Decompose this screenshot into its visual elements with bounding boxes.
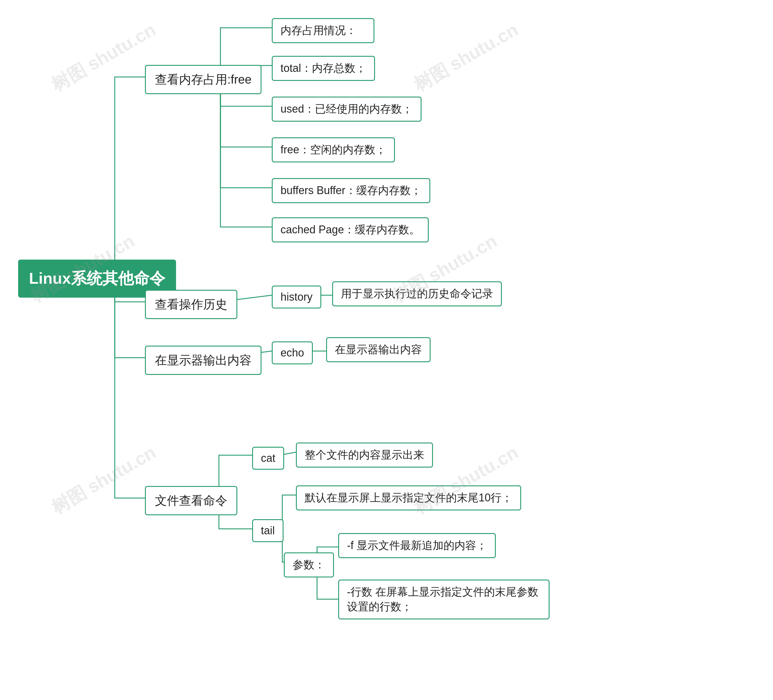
- cmd-history-label: history: [281, 291, 312, 303]
- param-n-node: -行数 在屏幕上显示指定文件的末尾参数设置的行数；: [338, 580, 549, 619]
- desc-cat: 整个文件的内容显示出来: [296, 442, 433, 468]
- branch-free-label: 查看内存占用:free: [155, 73, 252, 86]
- leaf-free-1: 内存占用情况：: [272, 18, 374, 43]
- cmd-cat: cat: [252, 447, 284, 470]
- cmd-echo: echo: [272, 342, 313, 364]
- leaf-free-2-label: total：内存总数；: [281, 62, 366, 74]
- params-label: 参数：: [293, 559, 325, 571]
- desc-echo-label: 在显示器输出内容: [335, 343, 422, 356]
- branch-echo-label: 在显示器输出内容: [155, 353, 252, 367]
- cmd-echo-label: echo: [281, 347, 304, 359]
- leaf-free-1-label: 内存占用情况：: [281, 24, 357, 36]
- cmd-tail-label: tail: [261, 524, 275, 537]
- branch-echo: 在显示器输出内容: [145, 346, 262, 375]
- cmd-tail: tail: [252, 519, 283, 542]
- leaf-free-5: buffers Buffer：缓存内存数；: [272, 178, 430, 203]
- param-f-node: -f 显示文件最新追加的内容；: [338, 533, 496, 558]
- leaf-free-3: used：已经使用的内存数；: [272, 97, 421, 122]
- branch-history: 查看操作历史: [145, 290, 237, 319]
- cmd-history: history: [272, 286, 321, 309]
- watermark-5: 树图 shutu.cn: [47, 440, 160, 520]
- mindmap-container: 树图 shutu.cn 树图 shutu.cn 树图 shutu.cn 树图 s…: [0, 0, 773, 700]
- desc-echo: 在显示器输出内容: [326, 337, 431, 362]
- leaf-free-3-label: used：已经使用的内存数；: [281, 103, 413, 115]
- leaf-free-6: cached Page：缓存内存数。: [272, 217, 429, 242]
- root-label: Linux系统其他命令: [29, 269, 165, 287]
- leaf-free-5-label: buffers Buffer：缓存内存数；: [281, 184, 421, 197]
- leaf-free-2: total：内存总数；: [272, 56, 375, 81]
- leaf-free-4-label: free：空闲的内存数；: [281, 143, 386, 156]
- params-node: 参数：: [284, 552, 334, 577]
- desc-history: 用于显示执行过的历史命令记录: [332, 281, 502, 306]
- watermark-1: 树图 shutu.cn: [47, 18, 160, 97]
- desc-cat-label: 整个文件的内容显示出来: [305, 449, 424, 461]
- param-n-label: -行数 在屏幕上显示指定文件的末尾参数设置的行数；: [347, 586, 538, 613]
- cmd-cat-label: cat: [261, 452, 275, 464]
- desc-history-label: 用于显示执行过的历史命令记录: [341, 288, 493, 300]
- leaf-free-4: free：空闲的内存数；: [272, 137, 395, 163]
- param-f-label: -f 显示文件最新追加的内容；: [347, 539, 487, 552]
- branch-free: 查看内存占用:free: [145, 65, 262, 94]
- tail-desc-1: 默认在显示屏上显示指定文件的末尾10行；: [296, 485, 521, 511]
- branch-fileview-label: 文件查看命令: [155, 494, 227, 507]
- leaf-free-6-label: cached Page：缓存内存数。: [281, 223, 420, 236]
- branch-history-label: 查看操作历史: [155, 297, 227, 311]
- watermark-2: 树图 shutu.cn: [410, 18, 523, 97]
- branch-fileview: 文件查看命令: [145, 486, 237, 515]
- tail-desc-1-label: 默认在显示屏上显示指定文件的末尾10行；: [305, 491, 512, 504]
